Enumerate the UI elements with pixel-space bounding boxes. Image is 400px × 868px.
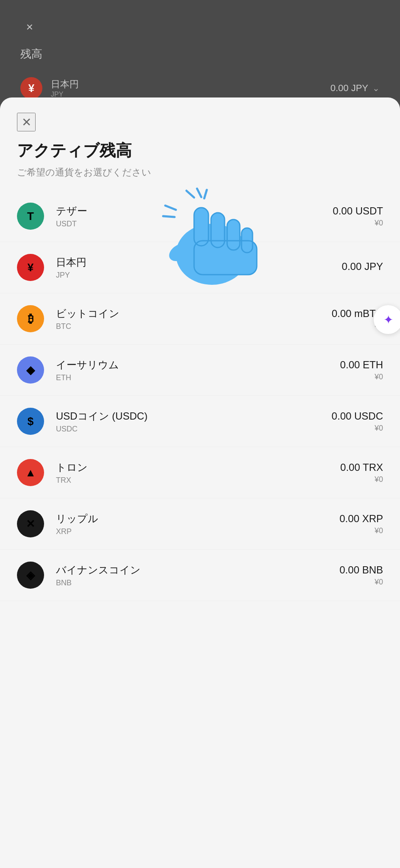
sparkle-button[interactable]: ✦ bbox=[374, 305, 400, 334]
usdc-amount: 0.00 USDC bbox=[332, 410, 383, 422]
currency-item-usdt[interactable]: T テザー USDT 0.00 USDT ¥0 bbox=[0, 191, 400, 242]
usdt-icon: T bbox=[17, 203, 44, 230]
trx-icon: ▲ bbox=[17, 459, 44, 486]
usdc-jpy: ¥0 bbox=[332, 424, 383, 433]
trx-amount: 0.00 TRX bbox=[340, 462, 383, 473]
bg-currency-amount: 0.00 JPY ⌄ bbox=[331, 83, 380, 94]
usdt-jpy: ¥0 bbox=[333, 219, 383, 228]
usdt-name: テザー bbox=[56, 204, 321, 218]
trx-balance: 0.00 TRX ¥0 bbox=[340, 462, 383, 484]
xrp-info: リップル XRP bbox=[56, 512, 328, 536]
xrp-name: リップル bbox=[56, 512, 328, 526]
xrp-balance: 0.00 XRP ¥0 bbox=[339, 513, 383, 535]
currency-item-usdc[interactable]: $ USDコイン (USDC) USDC 0.00 USDC ¥0 bbox=[0, 396, 400, 447]
bnb-jpy: ¥0 bbox=[339, 578, 383, 587]
xrp-jpy: ¥0 bbox=[339, 526, 383, 535]
modal-title: アクティブ残高 bbox=[17, 140, 132, 161]
bnb-icon: ◈ bbox=[17, 562, 44, 589]
sparkle-icon: ✦ bbox=[383, 313, 393, 327]
xrp-amount: 0.00 XRP bbox=[339, 513, 383, 525]
usdt-code: USDT bbox=[56, 220, 321, 228]
eth-jpy: ¥0 bbox=[340, 373, 383, 381]
btc-code: BTC bbox=[56, 322, 320, 331]
jpy-name: 日本円 bbox=[56, 256, 330, 269]
trx-info: トロン TRX bbox=[56, 461, 328, 485]
bnb-name: バイナンスコイン bbox=[56, 563, 328, 577]
usdc-balance: 0.00 USDC ¥0 bbox=[332, 410, 383, 433]
modal-sheet: ✕ アクティブ残高 ご希望の通貨をお選びください ✦ T テザー USDT 0.… bbox=[0, 97, 400, 868]
currency-item-bnb[interactable]: ◈ バイナンスコイン BNB 0.00 BNB ¥0 bbox=[0, 550, 400, 601]
usdc-icon: $ bbox=[17, 408, 44, 435]
close-icon: ✕ bbox=[22, 115, 31, 129]
bnb-code: BNB bbox=[56, 579, 328, 587]
usdc-code: USDC bbox=[56, 425, 320, 434]
modal-subtitle: ご希望の通貨をお選びください bbox=[17, 166, 151, 179]
eth-name: イーサリウム bbox=[56, 358, 328, 372]
eth-info: イーサリウム ETH bbox=[56, 358, 328, 382]
trx-name: トロン bbox=[56, 461, 328, 474]
bg-jpy-icon: ¥ bbox=[20, 77, 42, 99]
currency-item-xrp[interactable]: ✕ リップル XRP 0.00 XRP ¥0 bbox=[0, 498, 400, 550]
trx-code: TRX bbox=[56, 476, 328, 485]
bg-currency-info: 日本円 JPY bbox=[51, 78, 322, 98]
eth-code: ETH bbox=[56, 373, 328, 382]
bnb-info: バイナンスコイン BNB bbox=[56, 563, 328, 587]
currency-list[interactable]: T テザー USDT 0.00 USDT ¥0 ¥ 日本円 JPY 0.00 J… bbox=[0, 191, 400, 868]
jpy-info: 日本円 JPY bbox=[56, 256, 330, 280]
bg-close-icon: × bbox=[20, 18, 39, 36]
usdt-balance: 0.00 USDT ¥0 bbox=[333, 205, 383, 228]
jpy-code: JPY bbox=[56, 271, 330, 280]
eth-balance: 0.00 ETH ¥0 bbox=[340, 359, 383, 381]
bnb-balance: 0.00 BNB ¥0 bbox=[339, 564, 383, 587]
bg-currency-name: 日本円 bbox=[51, 78, 322, 91]
usdc-name: USDコイン (USDC) bbox=[56, 409, 320, 423]
btc-name: ビットコイン bbox=[56, 307, 320, 320]
eth-icon: ◆ bbox=[17, 356, 44, 384]
xrp-icon: ✕ bbox=[17, 510, 44, 537]
currency-item-btc[interactable]: ₿ ビットコイン BTC 0.00 mBTC ¥0 bbox=[0, 293, 400, 345]
jpy-balance: 0.00 JPY bbox=[342, 261, 383, 274]
usdt-info: テザー USDT bbox=[56, 204, 321, 228]
modal-close-button[interactable]: ✕ bbox=[17, 113, 36, 131]
currency-item-jpy[interactable]: ¥ 日本円 JPY 0.00 JPY bbox=[0, 242, 400, 293]
btc-icon: ₿ bbox=[17, 305, 44, 332]
jpy-icon: ¥ bbox=[17, 254, 44, 281]
usdt-amount: 0.00 USDT bbox=[333, 205, 383, 217]
btc-info: ビットコイン BTC bbox=[56, 307, 320, 331]
currency-item-eth[interactable]: ◆ イーサリウム ETH 0.00 ETH ¥0 bbox=[0, 345, 400, 396]
currency-item-trx[interactable]: ▲ トロン TRX 0.00 TRX ¥0 bbox=[0, 447, 400, 498]
bg-balance-title: 残高 bbox=[20, 47, 42, 61]
eth-amount: 0.00 ETH bbox=[340, 359, 383, 371]
bnb-amount: 0.00 BNB bbox=[339, 564, 383, 576]
trx-jpy: ¥0 bbox=[340, 475, 383, 484]
xrp-code: XRP bbox=[56, 527, 328, 536]
jpy-amount: 0.00 JPY bbox=[342, 261, 383, 273]
usdc-info: USDコイン (USDC) USDC bbox=[56, 409, 320, 434]
